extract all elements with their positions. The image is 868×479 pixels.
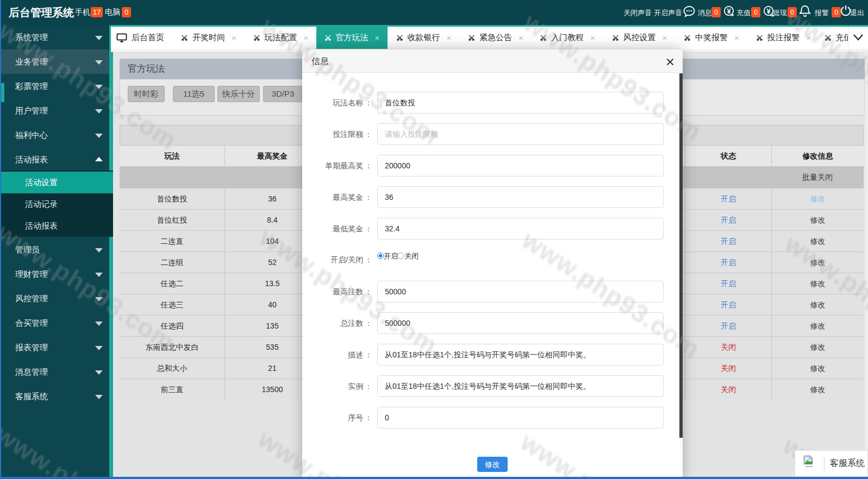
svg-text:¥: ¥ [727,7,731,15]
svg-text:¥: ¥ [766,7,771,15]
